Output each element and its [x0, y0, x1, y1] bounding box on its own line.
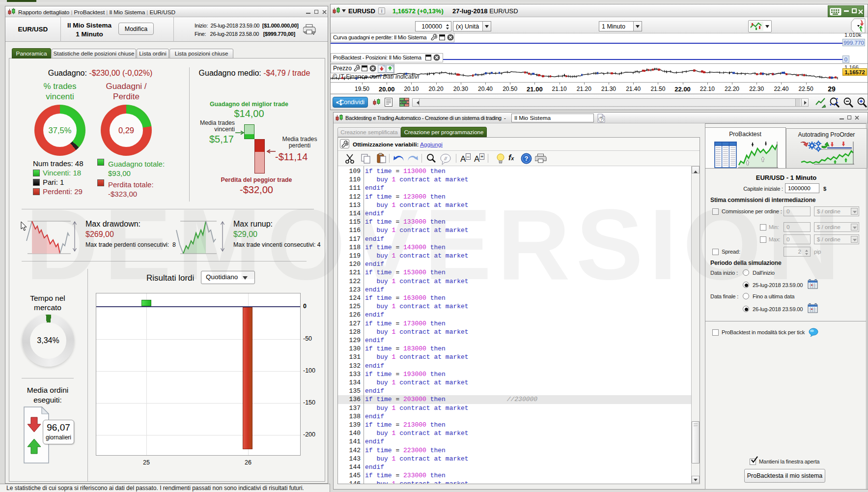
svg-text:?: ? — [600, 117, 603, 122]
svg-text:?: ? — [525, 155, 529, 162]
